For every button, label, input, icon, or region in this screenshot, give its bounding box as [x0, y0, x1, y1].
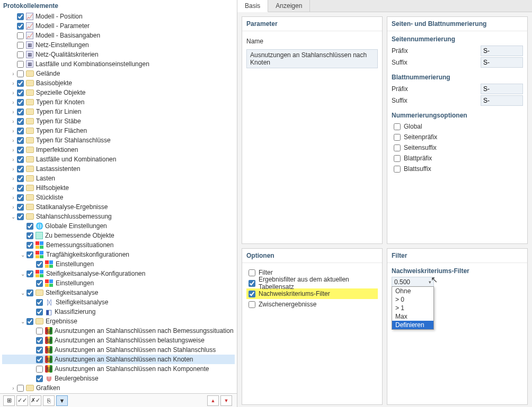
tree-checkbox[interactable] — [17, 70, 24, 77]
filter-dropdown[interactable]: 0.500 ▾ — [392, 277, 434, 287]
chevron-right-icon[interactable]: › — [10, 157, 17, 162]
dropdown-item[interactable]: Max — [392, 312, 433, 321]
tree-checkbox[interactable] — [17, 204, 24, 211]
chevron-down-icon[interactable]: ⌄ — [19, 252, 26, 258]
tree-checkbox[interactable] — [26, 270, 33, 277]
tree-checkbox[interactable] — [17, 137, 24, 144]
tree-row[interactable]: ›Modell - Basisangaben — [2, 31, 235, 40]
tree-scroll[interactable]: ›Modell - Position›Modell - Parameter›Mo… — [0, 11, 237, 393]
sheet-prefix-input[interactable] — [481, 84, 523, 94]
param-name-value[interactable]: Ausnutzungen an Stahlanschlüssen nach Kn… — [246, 49, 378, 68]
tree-checkbox[interactable] — [17, 166, 24, 173]
tree-checkbox[interactable] — [17, 185, 24, 192]
tree-row[interactable]: ›Bemessungssituationen — [2, 240, 235, 250]
tree-row[interactable]: ›Typen für Stahlanschlüsse — [2, 135, 235, 145]
tree-checkbox[interactable] — [17, 385, 24, 392]
btn-expand-all[interactable]: ⊞ — [3, 395, 15, 406]
tree-row[interactable]: ›Gelände — [2, 69, 235, 78]
tree-row[interactable]: ⌄Ergebnisse — [2, 316, 235, 326]
tree-checkbox[interactable] — [26, 251, 33, 258]
chevron-right-icon[interactable]: › — [10, 166, 17, 172]
btn-check-all[interactable]: ✓✓ — [16, 395, 28, 406]
tree-checkbox[interactable] — [17, 80, 24, 87]
numbering-option[interactable]: Blattpräfix — [392, 153, 523, 164]
page-prefix-input[interactable] — [481, 46, 523, 56]
tree-checkbox[interactable] — [36, 375, 43, 382]
chevron-right-icon[interactable]: › — [10, 71, 17, 77]
chevron-right-icon[interactable]: › — [10, 109, 17, 115]
tree-row[interactable]: ›Typen für Stäbe — [2, 116, 235, 126]
tab-basis[interactable]: Basis — [237, 0, 268, 12]
tree-checkbox[interactable] — [17, 42, 24, 49]
chevron-down-icon[interactable]: ⌄ — [10, 214, 17, 220]
btn-move-down[interactable] — [220, 395, 232, 406]
btn-move-up[interactable] — [207, 395, 219, 406]
chevron-right-icon[interactable]: › — [10, 100, 17, 105]
tree-checkbox[interactable] — [36, 299, 43, 306]
tree-row[interactable]: ›Beulergebnisse — [2, 374, 235, 383]
filter-dropdown-list[interactable]: Ohne> 0> 1MaxDefinieren — [392, 286, 434, 330]
tree-checkbox[interactable] — [36, 366, 43, 373]
tree-checkbox[interactable] — [17, 89, 24, 96]
tree-row[interactable]: ›Typen für Flächen — [2, 126, 235, 135]
chevron-right-icon[interactable]: › — [10, 147, 17, 153]
tree-row[interactable]: ›Lasten — [2, 174, 235, 183]
tree-row[interactable]: ›Spezielle Objekte — [2, 88, 235, 97]
tree-checkbox[interactable] — [17, 51, 24, 58]
tree-checkbox[interactable] — [17, 128, 24, 134]
tree-row[interactable]: ⌄Steifigkeitsanalyse — [2, 288, 235, 297]
tree-row[interactable]: ›Lastassistenten — [2, 164, 235, 174]
tree-checkbox[interactable] — [26, 223, 33, 230]
option-checkbox[interactable] — [249, 291, 255, 297]
tree-checkbox[interactable] — [36, 356, 43, 363]
tree-checkbox[interactable] — [26, 242, 33, 249]
tree-checkbox[interactable] — [36, 337, 43, 344]
chevron-down-icon[interactable]: ⌄ — [19, 319, 26, 324]
tree-row[interactable]: ›Modell - Parameter — [2, 21, 235, 31]
tree-row[interactable]: ›Statikanalyse-Ergebnisse — [2, 202, 235, 212]
tree-checkbox[interactable] — [17, 13, 24, 20]
btn-uncheck-all[interactable]: ✗✓ — [30, 395, 41, 406]
tree-checkbox[interactable] — [17, 32, 24, 39]
tree-row[interactable]: ›Stückliste — [2, 193, 235, 202]
tree-row[interactable]: ›Ausnutzungen an Stahlanschlüssen nach K… — [2, 364, 235, 374]
tree-row[interactable]: ›Ausnutzungen an Stahlanschlüssen belast… — [2, 336, 235, 345]
tree-row[interactable]: ›Modell - Position — [2, 12, 235, 21]
option-row[interactable]: Ergebnisfilter aus dem aktuellen Tabelle… — [246, 278, 378, 288]
tree-row[interactable]: ›Ausnutzungen an Stahlanschlüssen nach B… — [2, 326, 235, 336]
tree-row[interactable]: ⌄Tragfähigkeitskonfigurationen — [2, 250, 235, 259]
tree-row[interactable]: ›Grafiken — [2, 383, 235, 393]
chevron-right-icon[interactable]: › — [10, 185, 17, 191]
dropdown-item[interactable]: > 0 — [392, 295, 433, 304]
tree-checkbox[interactable] — [17, 61, 24, 68]
numbering-option-checkbox[interactable] — [394, 166, 401, 173]
tree-checkbox[interactable] — [17, 108, 24, 115]
chevron-down-icon[interactable]: ⌄ — [19, 290, 26, 296]
chevron-right-icon[interactable]: › — [10, 138, 17, 143]
tree-checkbox[interactable] — [26, 318, 33, 325]
chevron-right-icon[interactable]: › — [10, 80, 17, 86]
option-row[interactable]: Zwischenergebnisse — [246, 299, 378, 310]
sheet-suffix-input[interactable] — [481, 95, 523, 106]
dropdown-item[interactable]: Ohne — [392, 287, 433, 295]
chevron-right-icon[interactable]: › — [10, 128, 17, 134]
numbering-option-checkbox[interactable] — [394, 134, 401, 141]
tree-checkbox[interactable] — [17, 118, 24, 125]
chevron-right-icon[interactable]: › — [10, 204, 17, 210]
numbering-option-checkbox[interactable] — [394, 155, 401, 162]
tree-row[interactable]: ›Lastfälle und Kombinationseinstellungen — [2, 59, 235, 69]
btn-copy[interactable]: ⎘ — [43, 395, 55, 406]
tree-row[interactable]: ›Globale Einstellungen — [2, 221, 235, 231]
tree-row[interactable]: ›Basisobjekte — [2, 78, 235, 88]
tree-checkbox[interactable] — [17, 23, 24, 30]
chevron-right-icon[interactable]: › — [10, 119, 17, 124]
tree-row[interactable]: ›Ausnutzungen an Stahlanschlüssen nach K… — [2, 355, 235, 364]
numbering-option-checkbox[interactable] — [394, 144, 401, 151]
tree-checkbox[interactable] — [26, 232, 33, 239]
numbering-option[interactable]: Blattsuffix — [392, 164, 523, 174]
tree-row[interactable]: ›Klassifizierung — [2, 307, 235, 316]
tree-checkbox[interactable] — [17, 213, 24, 220]
tree-checkbox[interactable] — [36, 328, 43, 334]
tree-checkbox[interactable] — [17, 175, 24, 182]
tree-row[interactable]: ›Typen für Linien — [2, 107, 235, 116]
